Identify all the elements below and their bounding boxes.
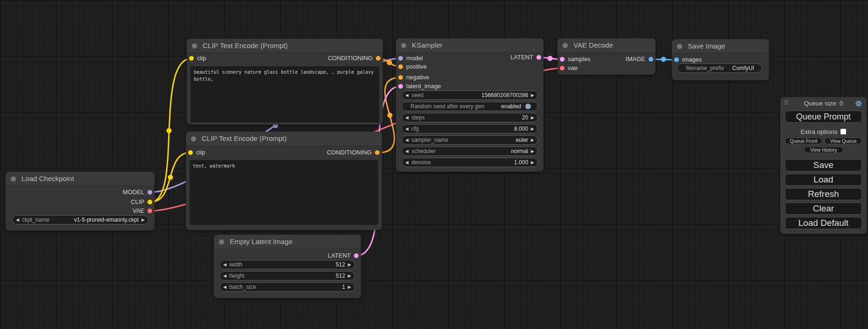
batch-size-widget[interactable]: ◀ batch_size 1 ▶ xyxy=(219,282,355,292)
output-label: CLIP xyxy=(131,198,144,206)
latent-output-port[interactable] xyxy=(536,55,541,60)
decrement-arrow-icon[interactable]: ◀ xyxy=(405,113,409,122)
increment-arrow-icon[interactable]: ▶ xyxy=(531,124,534,133)
decrement-arrow-icon[interactable]: ◀ xyxy=(405,135,409,145)
node-title-bar[interactable]: Empty Latent Image xyxy=(214,235,361,249)
latent-image-input-port[interactable] xyxy=(398,84,403,89)
increment-arrow-icon[interactable]: ▶ xyxy=(531,147,534,156)
width-widget[interactable]: ◀ width 512 ▶ xyxy=(219,260,355,269)
node-collapse-dot-icon[interactable] xyxy=(677,44,682,49)
positive-prompt-textarea[interactable]: beautiful scenery nature glass bottle la… xyxy=(191,66,379,122)
output-slot-latent: LATENT xyxy=(214,252,361,259)
view-queue-button[interactable]: View Queue xyxy=(825,138,862,144)
wire-midpoint-dot xyxy=(387,60,392,65)
node-load-checkpoint[interactable]: Load Checkpoint MODEL CLIP VAE ◀ ckpt_na… xyxy=(6,172,155,231)
comfyui-canvas[interactable]: Load Checkpoint MODEL CLIP VAE ◀ ckpt_na… xyxy=(0,0,868,329)
node-collapse-dot-icon[interactable] xyxy=(219,239,224,245)
node-ksampler[interactable]: KSampler LATENT model positive negative … xyxy=(396,38,543,172)
widget-value: normal xyxy=(511,148,528,154)
save-button[interactable]: Save xyxy=(785,159,862,171)
random-seed-toggle[interactable]: Random seed after every gen enabled xyxy=(402,102,538,111)
node-collapse-dot-icon[interactable] xyxy=(11,176,16,182)
model-input-port[interactable] xyxy=(398,56,403,61)
clear-button[interactable]: Clear xyxy=(785,203,862,215)
increment-arrow-icon[interactable]: ▶ xyxy=(141,215,145,224)
increment-arrow-icon[interactable]: ▶ xyxy=(531,135,534,145)
positive-input-port[interactable] xyxy=(398,64,403,69)
conditioning-output-port[interactable] xyxy=(376,56,381,61)
view-history-button[interactable]: View History xyxy=(804,147,843,153)
toggle-dot-icon[interactable] xyxy=(525,104,531,109)
vae-input-port[interactable] xyxy=(560,66,565,70)
node-title-bar[interactable]: CLIP Text Encode (Prompt) xyxy=(187,39,383,53)
node-clip-text-encode-negative[interactable]: CLIP Text Encode (Prompt) clip CONDITION… xyxy=(186,132,382,230)
decrement-arrow-icon[interactable]: ◀ xyxy=(223,282,226,292)
model-output-port[interactable] xyxy=(148,190,152,195)
refresh-button[interactable]: Refresh xyxy=(785,188,862,200)
decrement-arrow-icon[interactable]: ◀ xyxy=(405,91,409,100)
node-clip-text-encode-positive[interactable]: CLIP Text Encode (Prompt) clip CONDITION… xyxy=(187,39,383,125)
load-button[interactable]: Load xyxy=(785,174,862,186)
ckpt-name-widget[interactable]: ◀ ckpt_name v1-5-pruned-emaonly.ckpt ▶ xyxy=(12,215,148,224)
denoise-widget[interactable]: ◀ denoise 1.000 ▶ xyxy=(402,158,538,167)
samples-input-port[interactable] xyxy=(560,57,565,62)
node-save-image[interactable]: Save Image images filename_prefix ComfyU… xyxy=(672,39,769,80)
input-label: negative xyxy=(406,74,429,81)
node-collapse-dot-icon[interactable] xyxy=(563,43,568,48)
images-input-port[interactable] xyxy=(674,57,679,62)
steps-widget[interactable]: ◀ steps 20 ▶ xyxy=(402,113,538,122)
node-empty-latent-image[interactable]: Empty Latent Image LATENT ◀ width 512 ▶ … xyxy=(214,235,361,298)
increment-arrow-icon[interactable]: ▶ xyxy=(531,158,534,167)
decrement-arrow-icon[interactable]: ◀ xyxy=(405,147,409,156)
sampler-name-widget[interactable]: ◀ sampler_name euler ▶ xyxy=(402,135,538,145)
output-label: CONDITIONING xyxy=(328,55,373,62)
node-collapse-dot-icon[interactable] xyxy=(191,136,196,141)
decrement-arrow-icon[interactable]: ◀ xyxy=(405,124,409,133)
output-label: IMAGE xyxy=(626,56,645,63)
input-label: model xyxy=(406,55,423,62)
gear-icon[interactable] xyxy=(855,100,862,107)
node-title-bar[interactable]: Load Checkpoint xyxy=(6,172,155,186)
extra-options-checkbox[interactable] xyxy=(840,129,846,134)
latent-output-port[interactable] xyxy=(354,253,359,258)
widget-value: 512 xyxy=(336,273,345,279)
node-title-bar[interactable]: Save Image xyxy=(672,39,769,54)
conditioning-output-port[interactable] xyxy=(375,150,380,155)
load-default-button[interactable]: Load Default xyxy=(785,217,862,229)
input-slot-negative: negative xyxy=(396,74,543,81)
node-collapse-dot-icon[interactable] xyxy=(401,43,406,48)
vae-output-port[interactable] xyxy=(148,209,152,213)
node-title-bar[interactable]: KSampler xyxy=(396,38,543,53)
increment-arrow-icon[interactable]: ▶ xyxy=(348,282,351,292)
cfg-widget[interactable]: ◀ cfg 8.000 ▶ xyxy=(402,124,538,133)
decrement-arrow-icon[interactable]: ◀ xyxy=(223,271,226,280)
decrement-arrow-icon[interactable]: ◀ xyxy=(223,260,226,269)
decrement-arrow-icon[interactable]: ◀ xyxy=(405,158,409,167)
output-label: MODEL xyxy=(123,189,144,196)
widget-label: cfg xyxy=(411,126,419,132)
node-title: VAE Decode xyxy=(573,41,613,49)
clip-output-port[interactable] xyxy=(148,200,152,204)
decrement-arrow-icon[interactable]: ◀ xyxy=(16,215,19,224)
increment-arrow-icon[interactable]: ▶ xyxy=(348,260,351,269)
filename-prefix-widget[interactable]: filename_prefix ComfyUI xyxy=(677,63,762,73)
image-output-port[interactable] xyxy=(649,57,653,62)
scheduler-widget[interactable]: ◀ scheduler normal ▶ xyxy=(402,147,538,156)
negative-prompt-textarea[interactable]: text, watermark xyxy=(190,160,378,225)
node-collapse-dot-icon[interactable] xyxy=(192,43,197,49)
output-label: LATENT xyxy=(328,252,351,259)
negative-input-port[interactable] xyxy=(398,75,403,80)
increment-arrow-icon[interactable]: ▶ xyxy=(531,91,534,100)
queue-prompt-button[interactable]: Queue Prompt xyxy=(785,111,862,123)
node-vae-decode[interactable]: VAE Decode samples IMAGE vae xyxy=(557,38,656,75)
queue-front-button[interactable]: Queue Front xyxy=(785,138,822,144)
node-title: Empty Latent Image xyxy=(230,238,292,245)
widget-label: width xyxy=(229,261,242,268)
height-widget[interactable]: ◀ height 512 ▶ xyxy=(219,271,355,280)
seed-widget[interactable]: ◀ seed 156680208700286 ▶ xyxy=(402,91,538,100)
node-title-bar[interactable]: CLIP Text Encode (Prompt) xyxy=(186,132,382,146)
increment-arrow-icon[interactable]: ▶ xyxy=(348,271,351,280)
node-title-bar[interactable]: VAE Decode xyxy=(557,38,656,53)
queue-size-label: Queue size: 0 xyxy=(780,100,867,107)
increment-arrow-icon[interactable]: ▶ xyxy=(531,113,534,122)
